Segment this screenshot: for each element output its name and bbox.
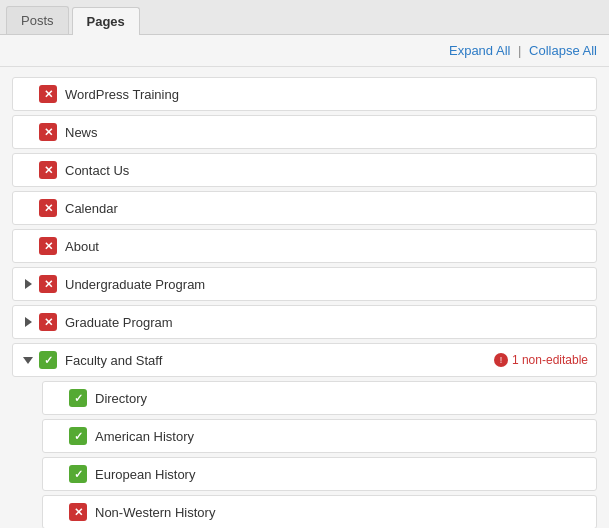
page-label: American History: [95, 429, 588, 444]
page-label: News: [65, 125, 588, 140]
status-icon-green: ✓: [69, 389, 87, 407]
page-label: Undergraduate Program: [65, 277, 588, 292]
list-item: ✕ WordPress Training: [12, 77, 597, 111]
status-icon-red: ✕: [39, 85, 57, 103]
status-icon-red: ✕: [39, 275, 57, 293]
triangle-down-icon: [23, 357, 33, 364]
page-label: Directory: [95, 391, 588, 406]
status-icon-red: ✕: [39, 237, 57, 255]
status-icon-red: ✕: [39, 199, 57, 217]
list-item: ✓ European History: [42, 457, 597, 491]
status-icon-red: ✕: [69, 503, 87, 521]
tab-posts[interactable]: Posts: [6, 6, 69, 34]
app-container: Posts Pages Expand All | Collapse All ✕ …: [0, 0, 609, 528]
list-item: ✕ About: [12, 229, 597, 263]
list-item: ✕ Graduate Program: [12, 305, 597, 339]
page-label: Non-Western History: [95, 505, 588, 520]
expand-all-link[interactable]: Expand All: [449, 43, 510, 58]
list-item: ✓ American History: [42, 419, 597, 453]
status-icon-green: ✓: [39, 351, 57, 369]
list-item: ✓ Directory: [42, 381, 597, 415]
page-label: Contact Us: [65, 163, 588, 178]
page-label: About: [65, 239, 588, 254]
non-editable-text: 1 non-editable: [512, 353, 588, 367]
non-editable-badge: ! 1 non-editable: [494, 353, 588, 367]
toolbar: Expand All | Collapse All: [0, 35, 609, 67]
list-item: ✕ Contact Us: [12, 153, 597, 187]
toolbar-separator: |: [518, 43, 521, 58]
page-label: European History: [95, 467, 588, 482]
list-item: ✕ News: [12, 115, 597, 149]
status-icon-red: ✕: [39, 161, 57, 179]
list-item: ✕ Non-Western History: [42, 495, 597, 528]
collapse-all-link[interactable]: Collapse All: [529, 43, 597, 58]
status-icon-red: ✕: [39, 123, 57, 141]
list-item-faculty: ✓ Faculty and Staff ! 1 non-editable: [12, 343, 597, 377]
status-icon-green: ✓: [69, 465, 87, 483]
page-label: WordPress Training: [65, 87, 588, 102]
page-label: Calendar: [65, 201, 588, 216]
list-item: ✕ Undergraduate Program: [12, 267, 597, 301]
triangle-right-icon: [25, 317, 32, 327]
expand-icon[interactable]: [21, 277, 35, 291]
page-label: Graduate Program: [65, 315, 588, 330]
expand-icon[interactable]: [21, 353, 35, 367]
tab-bar: Posts Pages: [0, 0, 609, 35]
list-item: ✕ Calendar: [12, 191, 597, 225]
badge-warning-icon: !: [494, 353, 508, 367]
status-icon-red: ✕: [39, 313, 57, 331]
tab-pages[interactable]: Pages: [72, 7, 140, 35]
page-list: ✕ WordPress Training ✕ News ✕ Contact Us…: [0, 67, 609, 528]
page-label: Faculty and Staff: [65, 353, 484, 368]
status-icon-green: ✓: [69, 427, 87, 445]
triangle-right-icon: [25, 279, 32, 289]
expand-icon[interactable]: [21, 315, 35, 329]
